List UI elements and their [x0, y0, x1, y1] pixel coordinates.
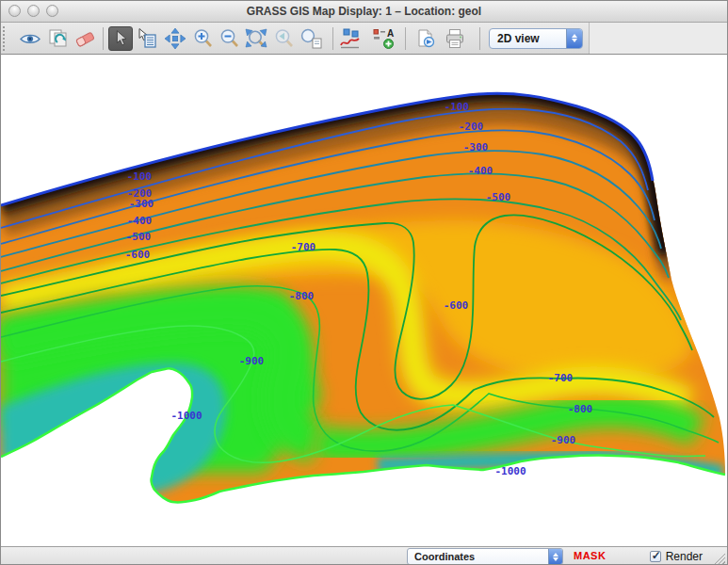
- map-toolbar: A: [1, 23, 727, 55]
- status-bar: Coordinates MASK ✓ Render: [1, 546, 727, 565]
- contour-label: -500: [486, 191, 511, 203]
- map-raster: -100 -200 -300 -400 -500 -100 -200 -300 …: [1, 55, 727, 546]
- pointer-icon: [110, 28, 131, 49]
- eye-icon: [19, 27, 41, 50]
- contour-label: -600: [125, 249, 151, 261]
- query-button[interactable]: [135, 26, 159, 51]
- window-title: GRASS GIS Map Display: 1 – Location: geo…: [1, 1, 727, 22]
- render-map-button[interactable]: [46, 26, 71, 51]
- analyze-button[interactable]: [338, 26, 363, 51]
- toolbar-filler: [590, 23, 727, 54]
- zoom-out-icon: [218, 27, 241, 50]
- contour-label: -700: [548, 372, 574, 384]
- contour-label: -300: [129, 198, 154, 210]
- toolbar-separator: [479, 27, 480, 50]
- zoom-options-icon: [299, 27, 323, 50]
- view-mode-value: 2D view: [490, 32, 566, 45]
- contour-label: -300: [463, 141, 489, 153]
- grass-map-display-window: GRASS GIS Map Display: 1 – Location: geo…: [0, 0, 728, 565]
- contour-label: -500: [126, 231, 152, 243]
- contour-label: -400: [127, 215, 153, 227]
- contour-label: -100: [445, 101, 470, 113]
- svg-text:A: A: [387, 28, 394, 39]
- analyze-icon: [338, 27, 363, 50]
- pan-icon: [164, 27, 186, 50]
- zoom-in-icon: [192, 27, 215, 50]
- pan-button[interactable]: [163, 26, 187, 51]
- save-icon: [414, 27, 437, 50]
- map-canvas[interactable]: -100 -200 -300 -400 -500 -100 -200 -300 …: [1, 55, 727, 546]
- display-map-button[interactable]: [18, 26, 42, 51]
- render-checkbox-label: Render: [666, 550, 703, 563]
- contour-label: -200: [459, 121, 484, 133]
- contour-label: -600: [444, 299, 469, 312]
- view-mode-select[interactable]: 2D view: [489, 28, 583, 49]
- zoom-options-button[interactable]: [299, 26, 323, 51]
- render-checkbox[interactable]: ✓: [650, 551, 661, 562]
- toolbar-separator: [405, 27, 406, 50]
- title-bar: GRASS GIS Map Display: 1 – Location: geo…: [1, 1, 727, 23]
- add-overlay-icon: A: [372, 27, 396, 50]
- contour-label: -800: [289, 290, 315, 302]
- zoom-in-button[interactable]: [191, 26, 216, 51]
- print-display-button[interactable]: [443, 26, 467, 51]
- zoom-extent-button[interactable]: [244, 26, 268, 51]
- view-mode-stepper: [566, 29, 582, 48]
- contour-label: -700: [291, 241, 316, 253]
- contour-label: -1000: [170, 410, 202, 422]
- render-map-icon: [47, 27, 70, 50]
- contour-label: -900: [239, 355, 265, 367]
- statusbar-mode-stepper: [548, 549, 562, 564]
- zoom-out-button[interactable]: [218, 26, 242, 51]
- eraser-icon: [73, 27, 96, 50]
- toolbar-separator: [332, 27, 333, 50]
- erase-display-button[interactable]: [73, 26, 97, 51]
- zoom-extent-icon: [244, 27, 268, 50]
- print-icon: [444, 27, 466, 50]
- zoom-back-icon: [273, 27, 296, 50]
- contour-label: -100: [127, 170, 153, 183]
- zoom-back-button[interactable]: [272, 26, 297, 51]
- contour-label: -400: [468, 165, 493, 177]
- save-display-button[interactable]: [413, 26, 438, 51]
- pointer-button[interactable]: [108, 26, 133, 51]
- check-icon: ✓: [652, 549, 661, 562]
- contour-label: -900: [551, 434, 576, 446]
- statusbar-mode-select[interactable]: Coordinates: [407, 548, 563, 565]
- resize-grip[interactable]: [712, 552, 725, 565]
- mask-indicator: MASK: [574, 550, 606, 561]
- statusbar-mode-value: Coordinates: [408, 551, 548, 562]
- contour-label: -800: [568, 403, 593, 415]
- toolbar-separator: [103, 27, 104, 50]
- toolbar-drag-handle[interactable]: [3, 26, 10, 51]
- query-icon: [136, 27, 158, 50]
- contour-label: -1000: [494, 465, 526, 477]
- add-overlay-button[interactable]: A: [372, 26, 396, 51]
